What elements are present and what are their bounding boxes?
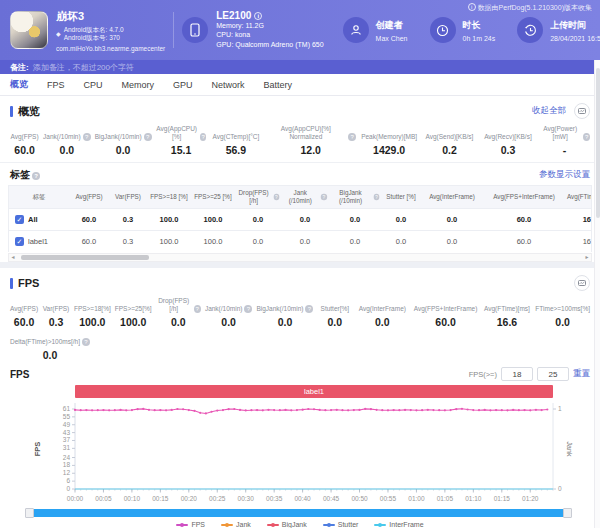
table-scroll-thumb[interactable] — [21, 255, 149, 260]
reset-button[interactable]: 重置 — [573, 368, 590, 380]
row-checkbox[interactable]: ✓ — [15, 215, 24, 224]
tab-bar: 概览FPSCPUMemoryGPUNetworkBattery — [0, 74, 600, 96]
legend-label: InterFrame — [389, 521, 423, 528]
legend-label: BigJank — [282, 521, 307, 528]
section-accent-bar — [10, 278, 13, 289]
stat-avg-appcpu-normalized: Avg(AppCPU)[%] Normalized?12.0 — [263, 125, 358, 156]
svg-text:00:45: 00:45 — [323, 495, 340, 502]
table-cell: 0.0 — [381, 231, 421, 252]
legend-item-jank[interactable]: Jank — [221, 521, 251, 528]
label1-band[interactable]: label1 — [75, 385, 553, 398]
phone-icon — [182, 17, 208, 43]
creator-group: 创建者 Max Chen — [343, 17, 408, 43]
stat-value: 0.0 — [43, 349, 58, 361]
tab-fps[interactable]: FPS — [47, 80, 65, 90]
stat-label: Peak(Memory)[MB] — [361, 125, 417, 141]
creator-value: Max Chen — [376, 35, 408, 42]
table-cell: 100.0 — [147, 231, 191, 252]
tab-memory[interactable]: Memory — [122, 80, 155, 90]
device-info-icon[interactable]: i — [254, 12, 262, 20]
scroll-left-arrow[interactable]: ◄ — [9, 254, 17, 261]
scroll-right-arrow[interactable]: ► — [583, 254, 591, 261]
info-icon[interactable]: ? — [83, 133, 91, 141]
table-cell: 0.0 — [235, 209, 281, 230]
stat-label: Avg(FPS) — [10, 297, 38, 313]
note-bar[interactable]: 备注: 添加备注，不超过200个字符 — [0, 60, 600, 74]
table-cell: 16.6 — [565, 209, 592, 230]
legend-marker — [323, 524, 335, 526]
tab-battery[interactable]: Battery — [264, 80, 293, 90]
tab-gpu[interactable]: GPU — [173, 80, 193, 90]
info-icon[interactable]: ? — [583, 133, 590, 141]
collect-info: i 数据由PerfDog(5.1.210300)版本收集 — [465, 3, 592, 13]
info-icon[interactable]: ? — [348, 133, 356, 141]
page-scrollbar[interactable] — [594, 60, 600, 528]
info-icon[interactable]: ? — [374, 194, 380, 200]
stat-label: Jank(/10min)? — [205, 297, 253, 313]
stat-label: BigJank(/10min)? — [95, 125, 152, 141]
legend-item-bigjank[interactable]: BigJank — [267, 521, 307, 528]
info-icon[interactable]: ? — [194, 305, 201, 313]
table-cell: 60.0 — [483, 231, 565, 252]
chart-scroll-left-handle[interactable] — [25, 508, 34, 518]
svg-text:00:05: 00:05 — [95, 495, 112, 502]
chart-hscrollbar[interactable] — [25, 509, 572, 517]
tab-cpu[interactable]: CPU — [84, 80, 103, 90]
page-scroll-thumb[interactable] — [596, 68, 600, 218]
app-package: com.miHoYo.bh3.nearme.gamecenter — [56, 45, 165, 52]
note-label: 备注: — [10, 62, 29, 73]
chart-scroll-right-handle[interactable] — [563, 508, 572, 518]
stat-label: Avg(Send)[KB/s] — [425, 125, 473, 141]
collapse-all-link[interactable]: 收起全部 — [532, 105, 566, 117]
table-hscrollbar[interactable]: ◄ ► — [8, 253, 592, 262]
row-label-cell: ✓label1 — [9, 231, 69, 252]
stat-value: 60.0 — [14, 144, 34, 156]
stat-label: Jank(/10min)? — [43, 125, 91, 141]
legend-item-interframe[interactable]: InterFrame — [374, 521, 423, 528]
info-icon[interactable]: ? — [305, 305, 313, 313]
svg-text:00:25: 00:25 — [209, 495, 226, 502]
stat-label: FPS>=18[%] — [74, 297, 111, 313]
table-header-row: 标签Avg(FPS)Var(FPS)FPS>=18 [%]FPS>=25 [%]… — [9, 186, 591, 208]
info-icon[interactable]: ? — [200, 133, 207, 141]
threshold-input-1[interactable] — [501, 367, 533, 381]
tab-概览[interactable]: 概览 — [10, 78, 28, 91]
svg-text:43: 43 — [63, 429, 71, 436]
param-settings-link[interactable]: 参数显示设置 — [539, 169, 590, 181]
table-row: ✓label160.00.3100.0100.00.00.00.00.00.06… — [9, 230, 591, 252]
fps-threshold-controls: FPS(>=) 重置 — [469, 367, 590, 381]
person-icon — [343, 17, 369, 43]
info-icon[interactable]: ? — [144, 133, 152, 141]
stat-value: 60.0 — [14, 316, 34, 328]
labels-info-icon[interactable]: ? — [32, 172, 40, 180]
stat-var-fps-: Var(FPS)0.3 — [40, 297, 72, 328]
info-icon[interactable]: ? — [274, 194, 280, 200]
info-icon[interactable]: ? — [244, 305, 252, 313]
table-cell: 100.0 — [191, 231, 235, 252]
svg-text:1: 1 — [558, 405, 562, 412]
threshold-input-2[interactable] — [537, 367, 569, 381]
svg-text:00:10: 00:10 — [124, 495, 141, 502]
stat-peak-memory-mb-: Peak(Memory)[MB]1429.0 — [358, 125, 420, 156]
svg-text:00:35: 00:35 — [266, 495, 283, 502]
overview-collapse-button[interactable] — [574, 103, 590, 119]
legend-item-fps[interactable]: FPS — [176, 521, 205, 528]
table-cell: 0.0 — [421, 231, 483, 252]
upload-label: 上传时间 — [550, 19, 600, 32]
stat-label: Avg(AppCPU)[%]? — [156, 125, 207, 141]
info-icon[interactable]: ? — [321, 194, 327, 200]
tab-network[interactable]: Network — [212, 80, 245, 90]
stat-label: BigJank(/10min)? — [256, 297, 313, 313]
row-checkbox[interactable]: ✓ — [15, 237, 24, 246]
stat-value: 15.1 — [171, 144, 191, 156]
table-cell: 60.0 — [69, 231, 109, 252]
svg-text:37: 37 — [63, 436, 71, 443]
fps-collapse-button[interactable] — [574, 275, 590, 291]
svg-text:01:10: 01:10 — [465, 495, 482, 502]
stat-bigjank-10min-: BigJank(/10min)?0.0 — [254, 297, 315, 328]
creator-label: 创建者 — [376, 19, 408, 32]
stat-value: 56.9 — [226, 144, 246, 156]
legend-item-stutter[interactable]: Stutter — [323, 521, 359, 528]
stat-avg-fps-: Avg(FPS)60.0 — [8, 297, 40, 328]
info-icon[interactable]: ? — [82, 338, 90, 346]
